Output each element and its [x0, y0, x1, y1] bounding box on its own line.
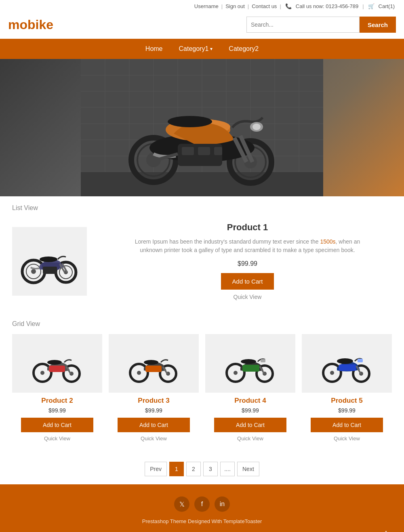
- search-input[interactable]: [246, 17, 360, 33]
- product-3-price: $99.99: [109, 407, 199, 414]
- grid-product-2: Product 2 $99.99 Add to Cart Quick View: [12, 334, 102, 442]
- product-2-image: [12, 334, 102, 393]
- product-1-price: $99.99: [103, 260, 392, 267]
- product-1-image: [12, 227, 87, 296]
- grid-product-5: Product 5 $99.99 Add to Cart Quick View: [302, 334, 392, 442]
- username-link[interactable]: Username: [194, 3, 219, 9]
- product-5-image: [302, 334, 392, 393]
- phone-icon: 📞: [285, 3, 292, 9]
- grid-product-4: Product 4 $99.99 Add to Cart Quick View: [205, 334, 295, 442]
- product-4-add-to-cart[interactable]: Add to Cart: [214, 418, 286, 432]
- product-1-add-to-cart[interactable]: Add to Cart: [221, 273, 274, 290]
- list-view-title: List View: [12, 204, 392, 212]
- product-2-add-to-cart[interactable]: Add to Cart: [21, 418, 93, 432]
- product-1-desc: Lorem Ipsum has been the industry's stan…: [130, 238, 365, 254]
- pagination-prev[interactable]: Prev: [145, 462, 167, 476]
- back-to-top-button[interactable]: ↑: [384, 528, 388, 532]
- hero-banner: [0, 59, 404, 196]
- product-1-bike: [19, 235, 80, 288]
- footer-social: 𝕏 f in: [8, 496, 396, 512]
- facebook-icon[interactable]: f: [194, 496, 210, 512]
- top-bar: Username | Sign out | Contact us | 📞 Cal…: [0, 0, 404, 13]
- cart-icon: 🛒: [368, 3, 375, 9]
- product-1-title: Product 1: [103, 222, 392, 233]
- cart-count: Cart(1): [379, 3, 395, 9]
- product-4-quick-view[interactable]: Quick View: [205, 435, 295, 442]
- list-product-1: Product 1 Lorem Ipsum has been the indus…: [12, 218, 392, 304]
- signout-link[interactable]: Sign out: [225, 3, 245, 9]
- product-3-add-to-cart[interactable]: Add to Cart: [118, 418, 189, 432]
- pagination: Prev 1 2 3 .... Next: [0, 450, 404, 484]
- svg-rect-79: [339, 364, 356, 371]
- twitter-icon[interactable]: 𝕏: [174, 496, 189, 512]
- product-4-price: $99.99: [205, 407, 295, 414]
- contact-link[interactable]: Contact us: [252, 3, 277, 9]
- product-1-info: Product 1 Lorem Ipsum has been the indus…: [103, 222, 392, 300]
- search-button[interactable]: Search: [360, 17, 396, 33]
- svg-point-63: [144, 360, 158, 365]
- product-5-quick-view[interactable]: Quick View: [302, 435, 392, 442]
- product-3-image: [109, 334, 199, 393]
- search-bar: Search: [246, 17, 396, 33]
- svg-rect-70: [242, 365, 259, 372]
- phone-number: Call us now: 0123-456-789: [296, 3, 358, 9]
- svg-point-45: [40, 257, 57, 262]
- product-5-add-to-cart[interactable]: Add to Cart: [311, 418, 383, 432]
- svg-rect-17: [81, 172, 323, 196]
- svg-point-59: [137, 371, 141, 375]
- grid-view-title: Grid View: [12, 320, 392, 328]
- svg-point-35: [253, 124, 261, 130]
- footer: 𝕏 f in Prestashop Theme Designed With Te…: [0, 484, 404, 532]
- logo-m: m: [8, 17, 19, 32]
- svg-rect-82: [358, 359, 363, 362]
- grid-view-section: Grid View Product 2: [0, 312, 404, 450]
- pagination-page-3[interactable]: 3: [203, 462, 218, 476]
- nav-category2[interactable]: Category2: [229, 45, 259, 53]
- nav-category1[interactable]: Category1 ▾: [179, 45, 213, 53]
- svg-point-31: [168, 116, 212, 127]
- svg-rect-30: [214, 147, 222, 155]
- product-2-quick-view[interactable]: Quick View: [12, 435, 102, 442]
- svg-point-67: [234, 371, 238, 375]
- pagination-page-1[interactable]: 1: [169, 462, 184, 476]
- svg-rect-29: [198, 147, 210, 155]
- hero-bike-image: [61, 59, 343, 196]
- svg-point-51: [40, 371, 44, 375]
- product-5-title: Product 5: [302, 397, 392, 405]
- product-4-image: [205, 334, 295, 393]
- nav-home[interactable]: Home: [145, 45, 163, 53]
- product-2-price: $99.99: [12, 407, 102, 414]
- svg-point-80: [337, 358, 353, 364]
- navbar: Home Category1 ▾ Category2: [0, 39, 404, 59]
- product-3-quick-view[interactable]: Quick View: [109, 435, 199, 442]
- logo-rest: obike: [19, 17, 53, 32]
- pagination-ellipsis[interactable]: ....: [220, 462, 235, 476]
- footer-bottom: ↑: [8, 524, 396, 532]
- product-5-price: $99.99: [302, 407, 392, 414]
- svg-rect-48: [43, 267, 57, 274]
- product-4-title: Product 4: [205, 397, 295, 405]
- chevron-down-icon: ▾: [210, 46, 213, 52]
- header: mobike Search: [0, 13, 404, 39]
- product-2-title: Product 2: [12, 397, 102, 405]
- list-view-section: List View: [0, 196, 404, 312]
- svg-point-76: [330, 371, 334, 375]
- footer-text: Prestashop Theme Designed With TemplateT…: [8, 518, 396, 524]
- pagination-next[interactable]: Next: [237, 462, 259, 476]
- product-3-title: Product 3: [109, 397, 199, 405]
- cart-link[interactable]: 🛒 Cart(1): [367, 3, 396, 9]
- pagination-page-2[interactable]: 2: [186, 462, 201, 476]
- linkedin-icon[interactable]: in: [215, 496, 230, 512]
- grid-product-list: Product 2 $99.99 Add to Cart Quick View: [12, 334, 392, 442]
- svg-point-55: [47, 360, 62, 365]
- grid-product-3: Product 3 $99.99 Add to Cart Quick View: [109, 334, 199, 442]
- svg-point-71: [241, 359, 256, 364]
- svg-rect-54: [49, 366, 65, 372]
- logo[interactable]: mobike: [8, 17, 53, 32]
- product-1-quick-view[interactable]: Quick View: [103, 294, 392, 300]
- svg-rect-28: [182, 147, 194, 155]
- svg-point-40: [31, 269, 36, 274]
- svg-rect-62: [145, 366, 162, 372]
- svg-rect-73: [261, 359, 265, 362]
